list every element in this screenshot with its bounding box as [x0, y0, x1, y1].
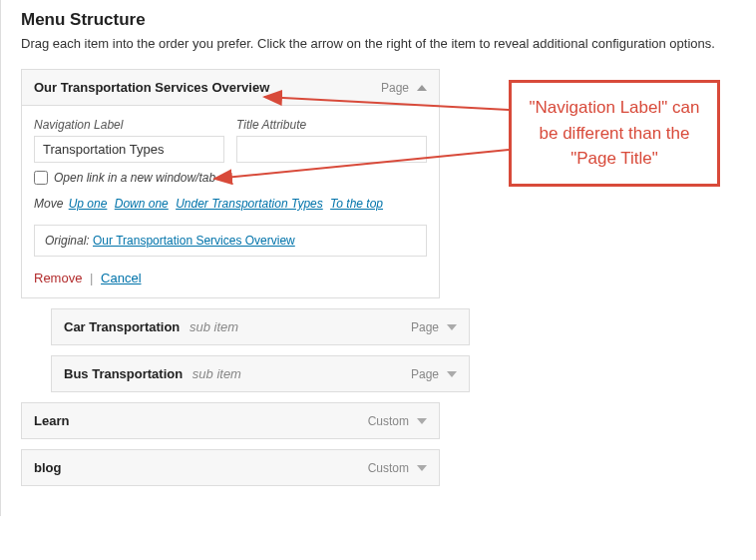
move-down-one-link[interactable]: Down one: [115, 197, 169, 211]
expand-icon[interactable]: [447, 371, 457, 377]
move-under-link[interactable]: Under Transportation Types: [176, 197, 323, 211]
expand-icon[interactable]: [417, 465, 427, 471]
title-attr-input[interactable]: [236, 136, 427, 163]
menu-item-header[interactable]: Learn Custom: [22, 403, 439, 438]
menu-item-title: blog: [34, 460, 368, 475]
move-label: Move: [34, 197, 63, 211]
menu-item-header[interactable]: Car Transportation sub item Page: [52, 309, 469, 344]
menu-item-car[interactable]: Car Transportation sub item Page: [51, 308, 470, 345]
menu-item-type-label: Page: [411, 320, 439, 334]
nav-label-field-label: Navigation Label: [34, 118, 224, 132]
menu-item-title: Our Transportation Services Overview: [34, 80, 381, 95]
new-tab-checkbox[interactable]: [34, 171, 48, 185]
collapse-icon[interactable]: [417, 85, 427, 91]
new-tab-label: Open link in a new window/tab: [54, 171, 215, 185]
expand-icon[interactable]: [447, 324, 457, 330]
sub-item-label: sub item: [189, 319, 238, 334]
section-title: Menu Structure: [21, 10, 736, 30]
expand-icon[interactable]: [417, 418, 427, 424]
cancel-link[interactable]: Cancel: [101, 271, 141, 285]
original-label: Original:: [45, 234, 90, 248]
original-box: Original: Our Transportation Services Ov…: [34, 225, 427, 257]
menu-item-expanded: Our Transportation Services Overview Pag…: [21, 69, 440, 298]
menu-item-title: Bus Transportation sub item: [64, 366, 411, 381]
menu-item-body: Navigation Label Title Attribute Open li…: [22, 105, 439, 297]
move-row: Move Up one Down one Under Transportatio…: [34, 197, 427, 211]
menu-item-type-label: Page: [381, 81, 409, 95]
menu-item-type-label: Custom: [368, 461, 409, 475]
item-title-text: Bus Transportation: [64, 366, 183, 381]
callout-box: "Navigation Label" can be different than…: [509, 80, 720, 187]
move-to-top-link[interactable]: To the top: [330, 197, 383, 211]
menu-item-blog[interactable]: blog Custom: [21, 449, 440, 486]
action-row: Remove | Cancel: [34, 271, 427, 285]
menu-item-title: Learn: [34, 413, 368, 428]
menu-item-title: Car Transportation sub item: [64, 319, 411, 334]
nav-label-input[interactable]: [34, 136, 224, 163]
menu-item-header[interactable]: blog Custom: [22, 450, 439, 485]
menu-item-bus[interactable]: Bus Transportation sub item Page: [51, 355, 470, 392]
original-link[interactable]: Our Transportation Services Overview: [93, 234, 295, 248]
sub-item-label: sub item: [192, 366, 241, 381]
menu-item-header[interactable]: Our Transportation Services Overview Pag…: [22, 70, 439, 105]
remove-link[interactable]: Remove: [34, 271, 82, 285]
move-up-one-link[interactable]: Up one: [69, 197, 108, 211]
menu-item-type-label: Page: [411, 367, 439, 381]
title-attr-field-label: Title Attribute: [236, 118, 427, 132]
item-title-text: Car Transportation: [64, 319, 180, 334]
menu-item-learn[interactable]: Learn Custom: [21, 402, 440, 439]
instructions-text: Drag each item into the order you prefer…: [21, 36, 736, 51]
menu-item-header[interactable]: Bus Transportation sub item Page: [52, 356, 469, 391]
menu-item-type-label: Custom: [368, 414, 409, 428]
action-divider: |: [90, 271, 93, 285]
